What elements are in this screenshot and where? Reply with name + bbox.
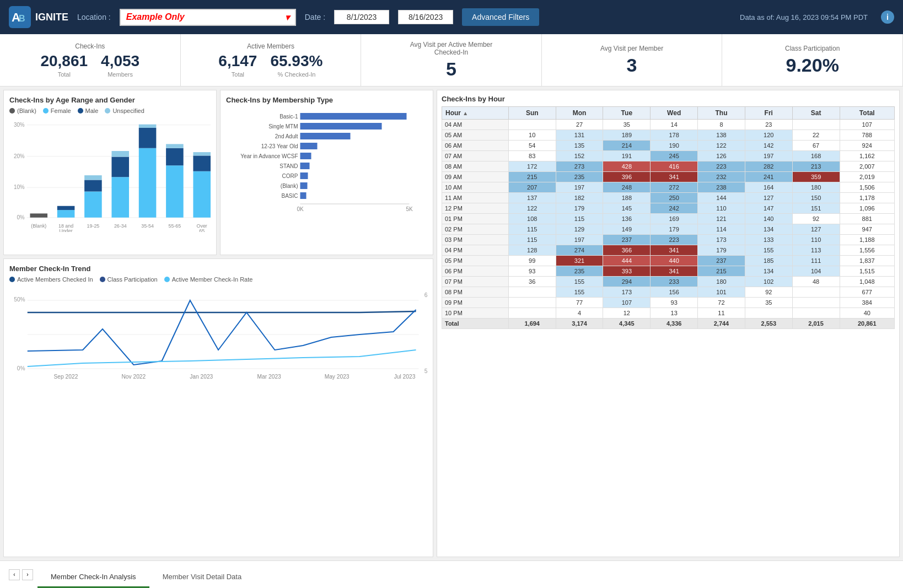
cell-mon: 274 (556, 245, 603, 256)
cell-thu: 237 (698, 256, 745, 266)
advanced-filters-button[interactable]: Advanced Filters (462, 8, 539, 26)
tab-next-button[interactable]: › (22, 569, 33, 580)
cell-fri: 134 (745, 266, 792, 277)
svg-text:BASIC: BASIC (281, 193, 298, 199)
cell-mon: 179 (556, 203, 603, 214)
cell-thu: 179 (698, 245, 745, 256)
cell-wed: 242 (651, 203, 698, 214)
tab-nav: ‹ › (9, 569, 33, 580)
cell-thu: 173 (698, 235, 745, 245)
hour-table: Hour ▲ Sun Mon Tue Wed Thu Fri Sat Total… (442, 106, 895, 329)
cell-fri: 185 (745, 256, 792, 266)
cell-mon: 155 (556, 277, 603, 287)
date-start-input[interactable] (334, 10, 389, 24)
cell-fri: 102 (745, 277, 792, 287)
svg-rect-27 (193, 155, 211, 171)
tabs-bar: ‹ › Member Check-In Analysis Member Visi… (0, 560, 903, 588)
cell-total: 2,019 (840, 172, 895, 182)
svg-rect-17 (111, 177, 129, 218)
cell-total: 881 (840, 214, 895, 224)
svg-rect-13 (57, 206, 75, 210)
cell-hour: 08 PM (442, 287, 509, 298)
cell-thu: 122 (698, 141, 745, 151)
cell-wed: 169 (651, 214, 698, 224)
cell-tue: 149 (603, 224, 651, 235)
cell-thu: 8 (698, 120, 745, 130)
cell-sun (508, 120, 556, 130)
cell-thu: 114 (698, 224, 745, 235)
svg-rect-24 (166, 148, 184, 166)
table-row: 07 PM36155294233180102481,048 (442, 277, 895, 287)
cell-hour: 09 PM (442, 298, 509, 308)
cell-thu: 72 (698, 298, 745, 308)
tab-member-visit-detail[interactable]: Member Visit Detail Data (149, 567, 255, 588)
cell-sun: 83 (508, 151, 556, 161)
total-fri: 2,553 (745, 319, 792, 329)
sort-arrow-icon: ▲ (463, 110, 468, 116)
svg-text:STAND: STAND (280, 163, 298, 169)
cell-thu: 144 (698, 193, 745, 203)
svg-text:Jul 2023: Jul 2023 (394, 374, 416, 380)
cell-mon: 197 (556, 235, 603, 245)
cell-wed: 272 (651, 182, 698, 193)
cell-mon: 4 (556, 308, 603, 319)
kpi-class-participation: Class Participation 9.20% (722, 34, 903, 86)
cell-thu: 138 (698, 130, 745, 141)
kpi-checkins: Check-Ins 20,861 Total 4,053 Members (0, 34, 181, 86)
cell-total: 1,837 (840, 256, 895, 266)
cell-fri (745, 308, 792, 319)
location-dropdown[interactable]: Example Only ▾ (120, 9, 296, 26)
svg-rect-23 (166, 165, 184, 218)
avg-visit-checkedin-title: Avg Visit per Active Member Checked-In (410, 41, 493, 56)
svg-text:0K: 0K (297, 206, 304, 212)
svg-rect-19 (111, 151, 129, 157)
info-icon[interactable]: i (881, 10, 894, 24)
checkins-members-value: 4,053 (101, 52, 139, 70)
cell-fri: 23 (745, 120, 792, 130)
svg-text:12-23 Year Old: 12-23 Year Old (261, 143, 298, 149)
col-fri: Fri (745, 107, 792, 120)
cell-tue: 366 (603, 245, 651, 256)
cell-wed: 245 (651, 151, 698, 161)
cell-tue: 396 (603, 172, 651, 182)
kpi-avg-visit-checkedin: Avg Visit per Active Member Checked-In 5 (361, 34, 542, 86)
svg-rect-55 (300, 192, 307, 199)
total-tue: 4,345 (603, 319, 651, 329)
cell-hour: 07 PM (442, 277, 509, 287)
cell-hour: 07 AM (442, 151, 509, 161)
svg-rect-45 (300, 143, 318, 149)
tab-member-checkin-analysis[interactable]: Member Check-In Analysis (37, 567, 149, 588)
cell-sat: 113 (792, 245, 840, 256)
hour-table-panel: Check-Ins by Hour Hour ▲ Sun Mon Tue Wed… (437, 90, 900, 557)
top-charts-row: Check-Ins by Age Range and Gender (Blank… (3, 90, 433, 255)
cell-wed: 179 (651, 224, 698, 235)
total-thu: 2,744 (698, 319, 745, 329)
cell-total: 1,048 (840, 277, 895, 287)
cell-sun: 36 (508, 277, 556, 287)
cell-mon: 131 (556, 130, 603, 141)
svg-text:50%: 50% (14, 296, 25, 303)
cell-mon: 115 (556, 214, 603, 224)
kpi-active-members: Active Members 6,147 Total 65.93% % Chec… (181, 34, 362, 86)
svg-rect-11 (30, 213, 47, 217)
kpi-bar: Check-Ins 20,861 Total 4,053 Members Act… (0, 34, 903, 87)
cell-fri: 197 (745, 151, 792, 161)
cell-tue: 393 (603, 266, 651, 277)
cell-sun: 99 (508, 256, 556, 266)
cell-sun: 122 (508, 203, 556, 214)
trend-legend-active: Active Members Checked In (9, 276, 93, 283)
header: A B IGNITE Location : Example Only ▾ Dat… (0, 0, 903, 34)
hour-table-title: Check-Ins by Hour (442, 95, 895, 103)
cell-sun: 128 (508, 245, 556, 256)
date-end-input[interactable] (398, 10, 453, 24)
table-row: 05 PM993214444402371851111,837 (442, 256, 895, 266)
cell-sat (792, 287, 840, 298)
cell-tue: 237 (603, 235, 651, 245)
cell-total: 384 (840, 298, 895, 308)
active-members-pct-value: 65.93% (270, 52, 322, 70)
cell-tue: 214 (603, 141, 651, 151)
svg-text:B: B (19, 14, 25, 23)
tab-prev-button[interactable]: ‹ (9, 569, 20, 580)
svg-text:Year in Advance WCSF: Year in Advance WCSF (240, 153, 298, 159)
svg-rect-41 (300, 123, 382, 130)
